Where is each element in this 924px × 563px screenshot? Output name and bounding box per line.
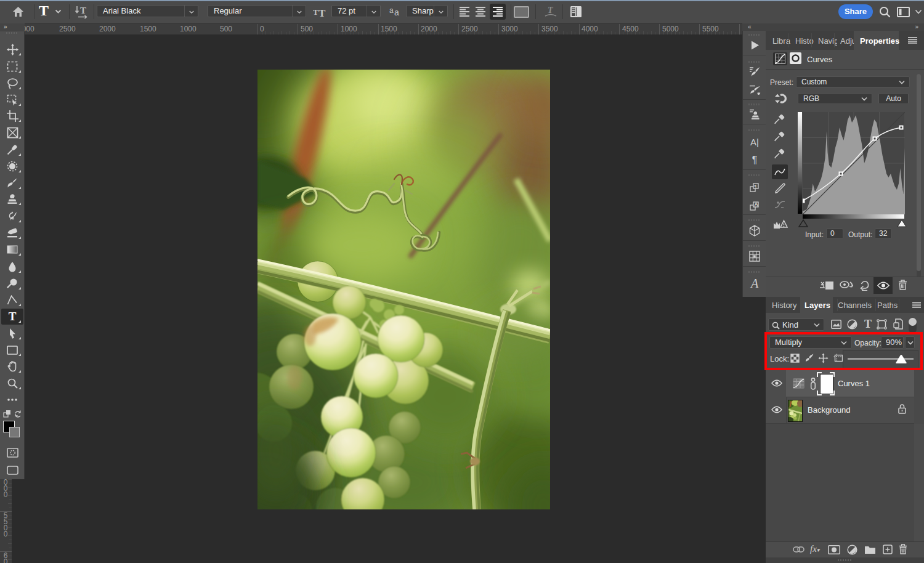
- svg-text:¶: ¶: [755, 184, 757, 190]
- svg-text:a: a: [389, 7, 394, 15]
- svg-text:A: A: [754, 201, 758, 208]
- svg-text:T: T: [318, 7, 326, 18]
- svg-text:T: T: [80, 6, 86, 15]
- svg-text:T: T: [313, 7, 318, 17]
- svg-text:T: T: [548, 6, 554, 15]
- svg-text:a: a: [394, 7, 399, 17]
